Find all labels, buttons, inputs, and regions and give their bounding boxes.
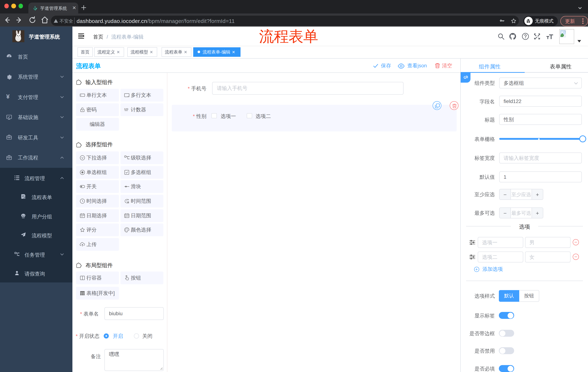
- svg-text:123: 123: [124, 108, 128, 110]
